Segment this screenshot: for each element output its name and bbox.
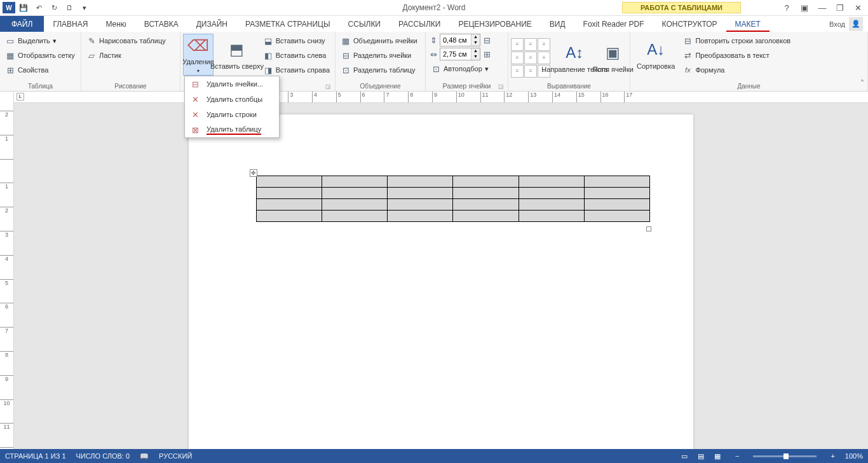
dialog-launcher-icon[interactable]: ◲ [325,83,331,90]
split-cells-button[interactable]: ⊟Разделить ячейки [338,48,420,62]
zoom-in[interactable]: + [831,452,834,460]
document-page[interactable]: ✥ [189,114,693,449]
help-button[interactable]: ? [779,1,794,14]
zoom-slider[interactable] [753,455,817,457]
tab-insert[interactable]: ВСТАВКА [135,16,187,32]
row-height-input[interactable]: ▲▼ [440,34,480,46]
formula-icon: fx [682,65,693,75]
spin-down[interactable]: ▼ [471,40,480,46]
select-button[interactable]: ▭Выделить ▾ [3,34,78,48]
table-tools-contextual-label: РАБОТА С ТАБЛИЦАМИ [622,2,741,13]
convert-icon: ⇄ [682,50,693,60]
group-merge: ▦Объединить ячейки ⊟Разделить ячейки ⊡Ра… [336,32,426,91]
text-direction-button[interactable]: A↕Направление текста [554,37,595,79]
delete-button[interactable]: ⌫ Удаление▾ [183,34,214,76]
view-web-layout[interactable]: ▦ [710,450,725,462]
table-resize-handle[interactable] [646,226,651,232]
align-bc[interactable]: ≡ [524,65,537,78]
insert-above-button[interactable]: ⬒ Вставить сверху [215,34,259,76]
restore-button[interactable]: ❐ [832,1,848,14]
page-count[interactable]: СТРАНИЦА 1 ИЗ 1 [5,452,66,460]
delete-table-icon: ⌫ [188,36,208,55]
distribute-rows-icon[interactable]: ⊟ [482,35,492,45]
tab-page-layout[interactable]: РАЗМЕТКА СТРАНИЦЫ [236,16,339,32]
repeat-header-rows-button[interactable]: ⊟Повторить строки заголовков [680,34,793,48]
minimize-button[interactable]: — [815,1,830,14]
view-gridlines-button[interactable]: ▦Отобразить сетку [3,48,78,62]
formula-button[interactable]: fxФормула [680,63,793,77]
zoom-thumb[interactable] [783,453,789,459]
row-height-icon: ⇕ [428,35,438,45]
spin-up[interactable]: ▲ [471,34,480,40]
language[interactable]: РУССКИЙ [159,452,192,460]
align-mc[interactable]: ≡ [524,52,537,64]
dialog-launcher-icon[interactable]: ◲ [498,83,504,90]
pencil-icon: ✎ [86,36,97,46]
avatar-icon: 👤 [849,17,863,31]
view-read-mode[interactable]: ▭ [677,450,692,462]
tab-menu[interactable]: Меню [97,16,135,32]
tab-selector[interactable]: L [17,93,24,100]
autofit-button[interactable]: ⊡Автоподбор ▾ [428,62,492,76]
insert-right-button[interactable]: ◨Вставить справа [261,63,332,77]
qat-customize[interactable]: ▾ [78,1,92,15]
align-tl[interactable]: ≡ [511,38,524,51]
workspace: 2112345678910111213 ✥ [0,92,868,449]
align-tc[interactable]: ≡ [524,38,537,51]
spell-check-icon[interactable]: 📖 [140,452,149,460]
tab-file[interactable]: ФАЙЛ [0,16,44,32]
cell-margins-button[interactable]: ▣Поля ячейки [599,37,627,79]
zoom-out[interactable]: − [735,452,739,460]
delete-cells-item[interactable]: ⊟Удалить ячейки... [185,76,279,92]
signin-area[interactable]: Вход 👤 [824,16,868,32]
insert-below-button[interactable]: ⬓Вставить снизу [261,34,332,48]
align-ml[interactable]: ≡ [511,52,524,64]
spin-up[interactable]: ▲ [471,48,480,54]
tab-table-design[interactable]: КОНСТРУКТОР [653,16,726,32]
draw-table-button[interactable]: ✎Нарисовать таблицу [84,34,168,48]
word-count[interactable]: ЧИСЛО СЛОВ: 0 [76,452,130,460]
tab-mailings[interactable]: РАССЫЛКИ [390,16,449,32]
tab-home[interactable]: ГЛАВНАЯ [44,16,97,32]
insert-left-button[interactable]: ◧Вставить слева [261,48,332,62]
col-width-input[interactable]: ▲▼ [440,48,480,60]
properties-button[interactable]: ⊞Свойства [3,63,78,77]
repeat-button[interactable]: ↻ [47,1,61,15]
sort-button[interactable]: A↓Сортировка [633,34,679,76]
split-table-button[interactable]: ⊡Разделить таблицу [338,63,420,77]
distribute-cols-icon[interactable]: ⊞ [482,49,492,59]
convert-to-text-button[interactable]: ⇄Преобразовать в текст [680,48,793,62]
ribbon-display-button[interactable]: ▣ [797,1,812,14]
group-draw: ✎Нарисовать таблицу ▱Ластик Рисование [81,32,180,91]
save-button[interactable]: 💾 [17,1,31,15]
undo-button[interactable]: ↶ [32,1,46,15]
title-bar: W 💾 ↶ ↻ 🗋 ▾ Документ2 - Word РАБОТА С ТА… [0,0,868,16]
document-table[interactable] [256,176,650,222]
delete-table-item[interactable]: ⊠Удалить таблицу [185,122,279,137]
delete-rows-item[interactable]: ✕Удалить строки [185,107,279,122]
document-scroll-area[interactable]: ✥ [14,92,868,449]
collapse-ribbon-button[interactable]: ˄ [860,79,864,88]
tab-view[interactable]: ВИД [541,16,574,32]
align-mr[interactable]: ≡ [538,52,550,64]
table-move-handle[interactable]: ✥ [250,169,257,177]
spin-down[interactable]: ▼ [471,54,480,60]
new-doc-button[interactable]: 🗋 [62,1,76,15]
align-bl[interactable]: ≡ [511,65,524,78]
tab-foxit[interactable]: Foxit Reader PDF [574,16,653,32]
close-button[interactable]: ✕ [850,1,865,14]
merge-cells-button[interactable]: ▦Объединить ячейки [338,34,420,48]
eraser-button[interactable]: ▱Ластик [84,48,168,62]
tab-table-layout[interactable]: МАКЕТ [726,16,770,32]
tab-references[interactable]: ССЫЛКИ [339,16,390,32]
text-direction-icon: A↕ [564,43,585,63]
tab-review[interactable]: РЕЦЕНЗИРОВАНИЕ [449,16,540,32]
tab-design[interactable]: ДИЗАЙН [187,16,236,32]
zoom-level[interactable]: 100% [845,452,863,460]
word-icon[interactable]: W [3,2,15,13]
vertical-ruler[interactable]: 2112345678910111213 [0,92,14,449]
horizontal-ruler[interactable]: L 11234567891011121314151617 [14,92,868,103]
delete-columns-item[interactable]: ✕Удалить столбцы [185,92,279,107]
view-print-layout[interactable]: ▤ [693,450,709,462]
align-tr[interactable]: ≡ [538,38,550,51]
